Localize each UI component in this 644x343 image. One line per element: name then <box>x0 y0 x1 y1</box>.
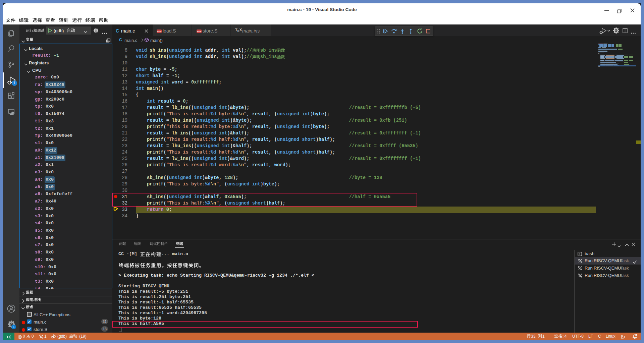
svg-text:ASM: ASM <box>157 30 162 33</box>
svg-text:ASM: ASM <box>197 30 202 33</box>
